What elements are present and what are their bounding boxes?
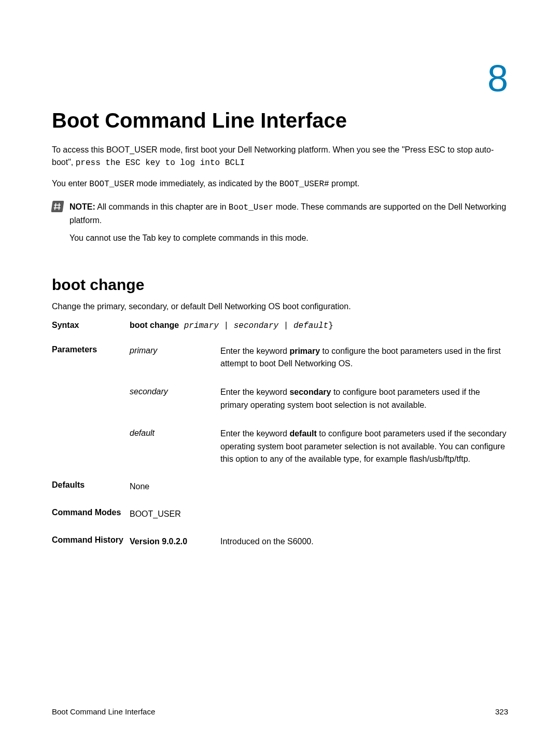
parameters-grid: primary Enter the keyword primary to con…	[130, 345, 508, 466]
section-description: Change the primary, secondary, or defaul…	[52, 302, 508, 311]
param-desc: Enter the keyword primary to configure t…	[220, 345, 508, 371]
syntax-label: Syntax	[52, 321, 130, 330]
defaults-value: None	[130, 480, 508, 493]
param-desc: Enter the keyword default to configure b…	[220, 428, 508, 466]
footer-left: Boot Command Line Interface	[52, 707, 155, 716]
param-desc-bold: primary	[289, 347, 320, 355]
parameters-label: Parameters	[52, 345, 130, 354]
command-modes-label: Command Modes	[52, 508, 130, 517]
command-modes-value: BOOT_USER	[130, 508, 508, 521]
note-body: NOTE: All commands in this chapter are i…	[69, 201, 508, 227]
syntax-italic1: primary	[179, 321, 219, 330]
intro-paragraph-1: To access this BOOT_USER mode, first boo…	[52, 144, 508, 169]
intro-mono: press the ESC key to log into BCLI	[76, 158, 245, 168]
param-desc: Enter the keyword secondary to configure…	[220, 386, 508, 412]
syntax-brace: }	[328, 321, 333, 330]
intro2-mono1: BOOT_USER	[89, 180, 134, 189]
chapter-number: 8	[487, 57, 508, 100]
syntax-pipe1: |	[219, 321, 234, 330]
page-title: Boot Command Line Interface	[52, 109, 508, 132]
intro-paragraph-2: You enter BOOT_USER mode immediately, as…	[52, 177, 508, 190]
syntax-italic3: default	[293, 321, 328, 330]
note-text-mono: Boot_User	[229, 203, 273, 212]
command-history-grid: Version 9.0.2.0 Introduced on the S6000.	[130, 535, 508, 548]
command-history-label: Command History	[52, 535, 130, 545]
section-heading: boot change	[52, 276, 508, 294]
param-desc-bold: default	[289, 429, 316, 438]
defaults-label: Defaults	[52, 480, 130, 490]
param-key: default	[130, 428, 220, 466]
intro2-text2: mode immediately, as indicated by the	[134, 179, 279, 188]
syntax-bold: boot change	[130, 321, 179, 329]
note-icon	[51, 201, 64, 212]
param-key: primary	[130, 345, 220, 371]
param-desc-bold: secondary	[289, 388, 331, 396]
intro2-mono2: BOOT_USER#	[279, 180, 329, 189]
footer-page-number: 323	[495, 707, 508, 716]
note-follow: You cannot use the Tab key to complete c…	[69, 233, 508, 243]
syntax-pipe2: |	[278, 321, 293, 330]
command-history-value: Introduced on the S6000.	[220, 535, 508, 548]
syntax-value: boot change primary | secondary | defaul…	[130, 321, 508, 330]
definition-table: Syntax boot change primary | secondary |…	[52, 321, 508, 548]
command-history-version: Version 9.0.2.0	[130, 535, 220, 548]
footer: Boot Command Line Interface 323	[52, 707, 508, 716]
note-text-a: All commands in this chapter are in	[95, 202, 229, 211]
intro2-text3: prompt.	[329, 179, 360, 188]
intro2-text: You enter	[52, 179, 89, 188]
syntax-italic2: secondary	[234, 321, 278, 330]
note-label: NOTE:	[69, 202, 95, 211]
param-key: secondary	[130, 386, 220, 412]
param-desc-pre: Enter the keyword	[220, 388, 289, 396]
note-block: NOTE: All commands in this chapter are i…	[52, 201, 508, 227]
param-desc-pre: Enter the keyword	[220, 347, 289, 355]
param-desc-pre: Enter the keyword	[220, 429, 289, 438]
